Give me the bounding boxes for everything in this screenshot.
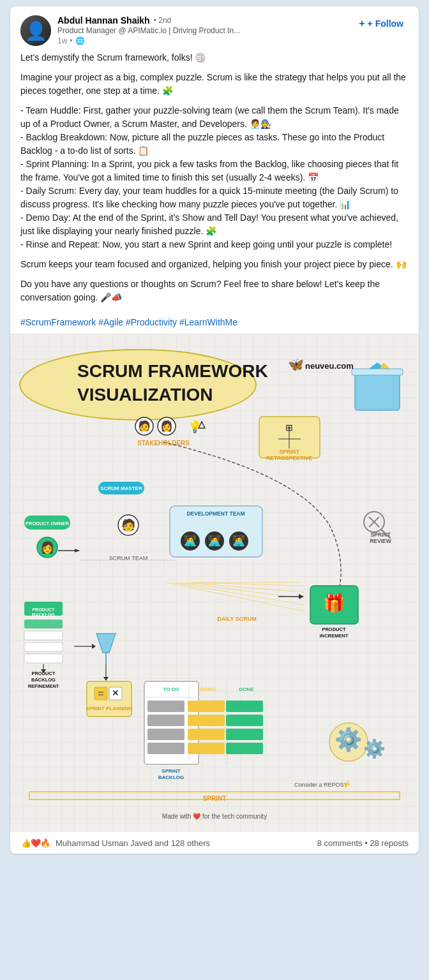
paragraph-3: Scrum keeps your team focused and organi… xyxy=(20,258,409,271)
svg-text:👩‍💻: 👩‍💻 xyxy=(232,535,245,547)
svg-rect-10 xyxy=(352,369,403,375)
reaction-icons: 👍 ❤️ 🔥 xyxy=(20,837,49,849)
svg-text:REFINEMENT: REFINEMENT xyxy=(28,683,59,689)
reposts-count: 28 reposts xyxy=(370,838,409,848)
svg-text:REVIEW: REVIEW xyxy=(370,538,392,544)
author-tagline: Product Manager @ APIMatic.io | Driving … xyxy=(57,26,240,35)
paragraph-2: Imagine your project as a big, complex p… xyxy=(20,71,409,98)
svg-text:💡: 💡 xyxy=(188,420,202,434)
svg-text:BACKLOG: BACKLOG xyxy=(31,677,56,683)
author-name: Abdul Hannan Shaikh xyxy=(57,15,150,26)
svg-text:TO DO: TO DO xyxy=(163,687,179,692)
svg-rect-87 xyxy=(188,715,225,726)
svg-text:BACKLOG: BACKLOG xyxy=(158,775,184,780)
svg-text:PRODUCT: PRODUCT xyxy=(33,607,55,612)
dot-separator: • xyxy=(70,36,72,45)
comments-count: 8 comments xyxy=(317,838,363,848)
svg-rect-69 xyxy=(94,687,107,700)
author-info: Abdul Hannan Shaikh • 2nd Product Manage… xyxy=(57,15,240,45)
svg-rect-84 xyxy=(147,729,184,740)
svg-text:SCRUM FRAMEWORK: SCRUM FRAMEWORK xyxy=(77,361,268,381)
follow-button[interactable]: + + Follow xyxy=(354,15,409,32)
svg-rect-83 xyxy=(147,715,184,726)
svg-text:SPRINT: SPRINT xyxy=(162,768,180,774)
reactions-right: 8 comments • 28 reposts xyxy=(317,838,409,848)
post-body: Let's demystify the Scrum framework, fol… xyxy=(10,51,419,317)
reactions-bar: 👍 ❤️ 🔥 Muhammad Usman Javed and 128 othe… xyxy=(10,831,419,854)
svg-text:SPRINT: SPRINT xyxy=(203,795,227,802)
reactions-left: 👍 ❤️ 🔥 Muhammad Usman Javed and 128 othe… xyxy=(20,837,210,849)
svg-text:🧑: 🧑 xyxy=(138,420,151,432)
hashtags: #ScrumFramework #Agile #Productivity #Le… xyxy=(10,317,419,327)
svg-rect-82 xyxy=(147,701,184,712)
svg-rect-54 xyxy=(24,631,63,640)
svg-text:👩: 👩 xyxy=(40,540,55,554)
svg-text:RETROSPECTIVE: RETROSPECTIVE xyxy=(266,455,312,461)
paragraph-bullets: - Team Huddle: First, gather your puzzle… xyxy=(20,104,409,251)
svg-text:neuveu.com: neuveu.com xyxy=(305,361,354,371)
follow-plus-icon: + xyxy=(359,18,365,29)
svg-text:SPRINT PLANNING: SPRINT PLANNING xyxy=(86,706,132,711)
svg-rect-86 xyxy=(188,701,225,712)
post-header: Abdul Hannan Shaikh • 2nd Product Manage… xyxy=(10,6,419,51)
svg-text:SPRINT: SPRINT xyxy=(279,449,299,455)
avatar xyxy=(20,15,51,46)
svg-text:DONE: DONE xyxy=(239,687,254,692)
reactions-names: Muhammad Usman Javed and 128 others xyxy=(56,838,210,848)
svg-text:🦋: 🦋 xyxy=(288,357,304,372)
svg-text:PRODUCT OWNER: PRODUCT OWNER xyxy=(26,521,69,526)
svg-rect-92 xyxy=(226,729,263,740)
svg-text:DAILY SCRUM: DAILY SCRUM xyxy=(217,616,257,622)
svg-text:⚡: ⚡ xyxy=(342,779,352,789)
svg-rect-53 xyxy=(24,620,63,628)
svg-text:🧑‍💻: 🧑‍💻 xyxy=(208,535,221,547)
svg-text:👩: 👩 xyxy=(160,420,173,432)
post-time: 1w xyxy=(57,36,67,45)
svg-text:PRODUCT: PRODUCT xyxy=(322,627,346,632)
svg-rect-88 xyxy=(188,729,225,740)
fire-icon: 🔥 xyxy=(40,837,51,849)
svg-text:👩‍💻: 👩‍💻 xyxy=(184,535,197,547)
svg-rect-55 xyxy=(24,642,63,651)
globe-icon: 🌐 xyxy=(75,36,85,45)
svg-text:DEVELOPMENT TEAM: DEVELOPMENT TEAM xyxy=(186,510,245,517)
follow-label: + Follow xyxy=(368,19,403,29)
svg-text:SCRUM TEAM: SCRUM TEAM xyxy=(109,555,147,561)
svg-rect-56 xyxy=(24,654,63,663)
svg-text:⚙️: ⚙️ xyxy=(335,726,363,753)
paragraph-4: Do you have any questions or thoughts on… xyxy=(20,278,409,304)
svg-text:🧑: 🧑 xyxy=(121,518,136,532)
paragraph-1: Let's demystify the Scrum framework, fol… xyxy=(20,51,409,64)
scrum-image: SCRUM FRAMEWORK VISUALIZATION 🦋 neuveu.c… xyxy=(10,334,419,831)
svg-text:Made with ❤️ for the tech comm: Made with ❤️ for the tech community xyxy=(162,812,267,820)
svg-text:✕: ✕ xyxy=(112,688,119,698)
post-meta: 1w • 🌐 xyxy=(57,36,240,45)
svg-text:⚙️: ⚙️ xyxy=(363,738,386,759)
svg-text:BACKLOG: BACKLOG xyxy=(32,612,55,617)
connection-badge: • 2nd xyxy=(154,16,172,25)
svg-rect-7 xyxy=(355,372,400,410)
svg-text:VISUALIZATION: VISUALIZATION xyxy=(77,385,213,405)
svg-text:INCREMENT: INCREMENT xyxy=(320,633,349,639)
svg-rect-93 xyxy=(226,743,263,754)
linkedin-post-card: Abdul Hannan Shaikh • 2nd Product Manage… xyxy=(10,6,419,854)
svg-text:DOING: DOING xyxy=(200,687,216,692)
svg-rect-85 xyxy=(147,743,184,754)
svg-text:STAKEHOLDERS: STAKEHOLDERS xyxy=(137,440,190,447)
svg-rect-89 xyxy=(188,743,225,754)
svg-text:SCRUM MASTER: SCRUM MASTER xyxy=(100,486,142,491)
svg-rect-90 xyxy=(226,701,263,712)
svg-text:🎁: 🎁 xyxy=(323,593,345,614)
svg-text:Consider a REPOST: Consider a REPOST xyxy=(294,782,348,788)
svg-rect-91 xyxy=(226,715,263,726)
